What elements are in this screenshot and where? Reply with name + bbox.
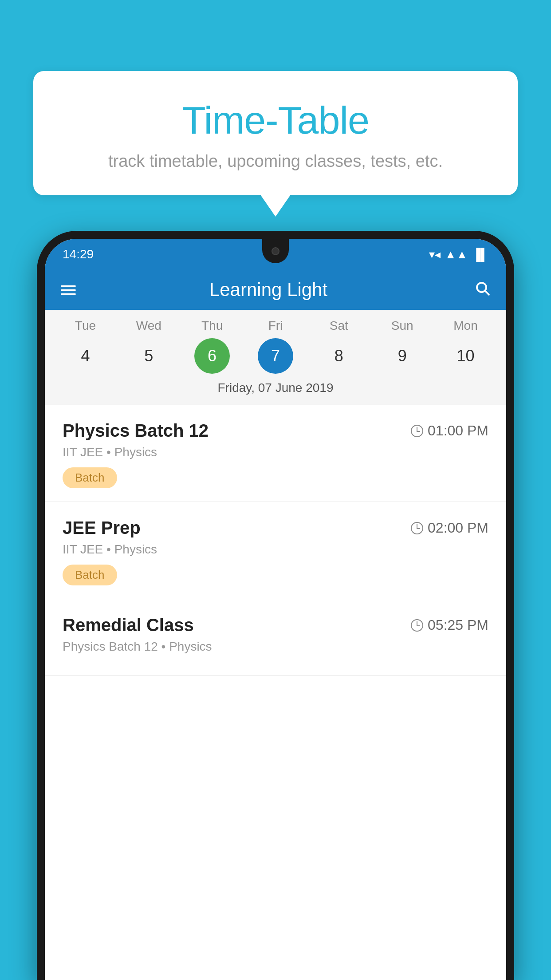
day-header-wed: Wed [131,319,166,333]
schedule-title-2: JEE Prep [63,518,141,538]
schedule-time-2: 02:00 PM [411,520,488,536]
schedule-item-2[interactable]: JEE Prep 02:00 PM IIT JEE • Physics Batc… [45,502,506,599]
clock-icon-2 [411,522,423,534]
day-header-mon: Mon [448,319,483,333]
hamburger-icon[interactable] [61,285,76,295]
status-bar: 14:29 ▾◂ ▲▲ ▐▌ [45,239,506,270]
schedule-list: Physics Batch 12 01:00 PM IIT JEE • Phys… [45,405,506,980]
app-toolbar: Learning Light [45,270,506,310]
day-header-sat: Sat [321,319,357,333]
schedule-title-1: Physics Batch 12 [63,421,209,441]
schedule-item-1[interactable]: Physics Batch 12 01:00 PM IIT JEE • Phys… [45,405,506,502]
clock-icon-1 [411,425,423,437]
selected-date-label: Friday, 07 June 2019 [45,381,506,400]
battery-icon: ▐▌ [472,248,488,261]
phone-screen: 14:29 ▾◂ ▲▲ ▐▌ Learning Light [45,239,506,980]
day-header-fri: Fri [258,319,293,333]
schedule-item-2-header: JEE Prep 02:00 PM [63,518,488,538]
clock-icon-3 [411,619,423,632]
status-time: 14:29 [63,247,94,261]
calendar-strip: Tue Wed Thu Fri Sat Sun Mon 4 5 6 7 8 9 … [45,310,506,405]
schedule-item-3[interactable]: Remedial Class 05:25 PM Physics Batch 12… [45,599,506,676]
day-6-today[interactable]: 6 [194,338,230,374]
schedule-title-3: Remedial Class [63,615,194,635]
batch-tag-2: Batch [63,565,117,585]
schedule-time-1: 01:00 PM [411,423,488,439]
schedule-meta-1: IIT JEE • Physics [63,445,488,459]
svg-line-1 [485,291,489,294]
day-9[interactable]: 9 [385,338,420,374]
day-8[interactable]: 8 [321,338,357,374]
schedule-meta-2: IIT JEE • Physics [63,542,488,557]
schedule-time-3: 05:25 PM [411,617,488,633]
bubble-subtitle: track timetable, upcoming classes, tests… [51,152,500,171]
day-header-tue: Tue [67,319,103,333]
day-headers: Tue Wed Thu Fri Sat Sun Mon [45,319,506,333]
day-header-thu: Thu [194,319,230,333]
camera-dot [272,247,279,255]
schedule-item-1-header: Physics Batch 12 01:00 PM [63,421,488,441]
batch-tag-1: Batch [63,467,117,488]
schedule-meta-3: Physics Batch 12 • Physics [63,640,488,654]
day-10[interactable]: 10 [448,338,483,374]
bubble-title: Time-Table [51,98,500,143]
day-4[interactable]: 4 [67,338,103,374]
day-numbers: 4 5 6 7 8 9 10 [45,338,506,374]
search-icon[interactable] [474,280,490,300]
day-header-sun: Sun [385,319,420,333]
wifi-icon: ▾◂ [429,248,441,261]
speech-bubble-container: Time-Table track timetable, upcoming cla… [33,71,518,195]
day-5[interactable]: 5 [131,338,166,374]
notch [262,239,289,263]
schedule-item-3-header: Remedial Class 05:25 PM [63,615,488,635]
status-icons: ▾◂ ▲▲ ▐▌ [429,248,488,261]
day-7-selected[interactable]: 7 [258,338,293,374]
phone-frame: 14:29 ▾◂ ▲▲ ▐▌ Learning Light [37,231,514,980]
speech-bubble: Time-Table track timetable, upcoming cla… [33,71,518,195]
toolbar-title: Learning Light [92,279,445,300]
signal-icon: ▲▲ [445,248,468,261]
